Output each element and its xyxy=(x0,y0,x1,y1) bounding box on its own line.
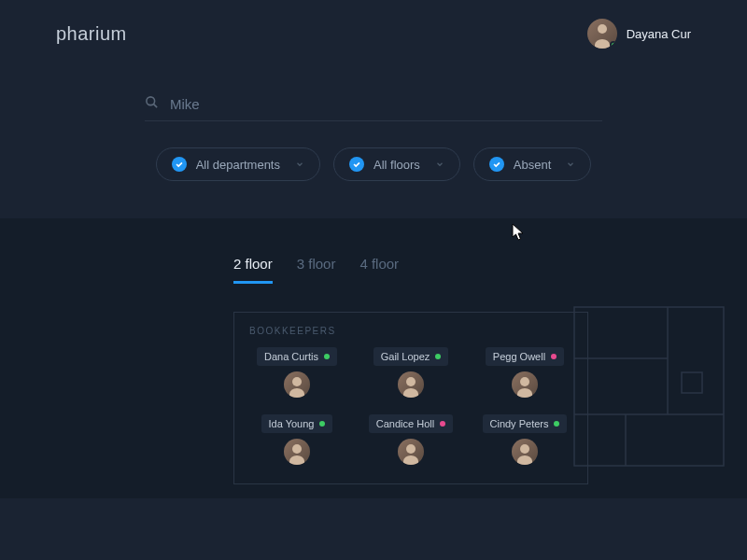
svg-line-1 xyxy=(153,104,157,107)
person-avatar xyxy=(512,371,538,398)
user-avatar xyxy=(587,19,617,49)
person-name: Gail Lopez xyxy=(381,351,430,362)
check-icon xyxy=(172,157,187,172)
status-dot xyxy=(551,354,557,359)
chevron-down-icon xyxy=(566,158,575,172)
svg-rect-6 xyxy=(682,372,702,393)
person-name: Candice Holl xyxy=(376,418,434,429)
current-user-name: Dayana Cur xyxy=(627,27,691,41)
person-card[interactable]: Gail Lopez xyxy=(363,347,458,398)
person-card[interactable]: Ida Young xyxy=(249,414,345,465)
person-card[interactable]: Dana Curtis xyxy=(249,347,345,398)
floor-tabs: 2 floor 3 floor 4 floor xyxy=(233,256,691,284)
tab-floor-4[interactable]: 4 floor xyxy=(359,256,399,284)
person-chip: Candice Holl xyxy=(369,414,453,433)
status-dot xyxy=(554,421,559,427)
person-name: Cindy Peters xyxy=(490,418,549,429)
person-chip: Ida Young xyxy=(261,414,333,433)
chevron-down-icon xyxy=(295,158,304,172)
person-card[interactable]: Cindy Peters xyxy=(477,414,572,465)
current-user-badge[interactable]: Dayana Cur xyxy=(587,19,691,49)
person-avatar xyxy=(398,439,424,465)
person-card[interactable]: Pegg Owell xyxy=(477,347,572,398)
filter-status[interactable]: Absent xyxy=(473,147,591,181)
status-dot xyxy=(440,421,445,427)
floorplan-outline xyxy=(570,302,728,470)
check-icon xyxy=(349,157,364,172)
search-input[interactable] xyxy=(170,96,602,112)
status-dot-online xyxy=(610,41,617,49)
search-area: All departments All floors Absent xyxy=(0,49,747,218)
top-section: pharium Dayana Cur All departments xyxy=(0,0,747,218)
person-avatar xyxy=(398,371,424,398)
person-avatar xyxy=(284,439,310,465)
tab-floor-3[interactable]: 3 floor xyxy=(297,256,336,284)
floor-section: 2 floor 3 floor 4 floor BOOKKEEPERS Dana… xyxy=(0,218,747,498)
svg-rect-2 xyxy=(574,307,724,466)
tab-floor-2[interactable]: 2 floor xyxy=(233,256,273,284)
status-dot xyxy=(435,354,441,359)
filter-label: Absent xyxy=(514,158,551,172)
person-chip: Pegg Owell xyxy=(486,347,564,366)
filter-label: All departments xyxy=(196,158,280,172)
person-chip: Dana Curtis xyxy=(257,347,337,366)
header: pharium Dayana Cur xyxy=(0,0,747,49)
person-chip: Cindy Peters xyxy=(483,414,568,433)
status-dot xyxy=(319,421,325,427)
people-grid: Dana Curtis Gail Lopez Pegg Owell xyxy=(249,347,572,465)
brand-logo[interactable]: pharium xyxy=(56,23,127,45)
person-chip: Gail Lopez xyxy=(374,347,449,366)
room-label: BOOKKEEPERS xyxy=(249,326,572,336)
chevron-down-icon xyxy=(435,158,444,172)
svg-point-0 xyxy=(147,97,155,105)
person-name: Ida Young xyxy=(269,418,315,429)
person-name: Pegg Owell xyxy=(493,351,545,362)
room-bookkeepers: BOOKKEEPERS Dana Curtis Gail Lopez xyxy=(233,312,588,484)
search-icon xyxy=(145,95,159,113)
person-name: Dana Curtis xyxy=(264,351,318,362)
check-icon xyxy=(489,157,504,172)
person-avatar xyxy=(284,371,310,398)
filter-departments[interactable]: All departments xyxy=(156,147,320,181)
status-dot xyxy=(324,354,330,359)
filter-floors[interactable]: All floors xyxy=(333,147,460,181)
filter-label: All floors xyxy=(374,158,420,172)
person-avatar xyxy=(512,439,538,465)
filter-row: All departments All floors Absent xyxy=(156,147,592,181)
person-card[interactable]: Candice Holl xyxy=(363,414,458,465)
search-row[interactable] xyxy=(145,95,602,121)
